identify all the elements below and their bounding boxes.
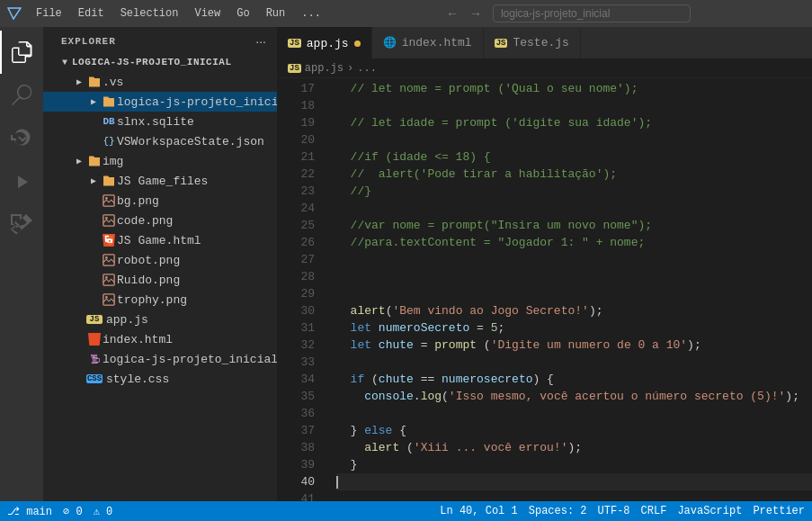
menu-run[interactable]: Run (259, 5, 293, 22)
code-line-33 (336, 354, 812, 371)
appjs-icon: JS (86, 315, 103, 324)
logica-folder-icon (101, 94, 117, 109)
status-eol[interactable]: CRLF (641, 505, 667, 517)
indexhtml-icon (86, 333, 103, 346)
titlebar: File Edit Selection View Go Run ... ← → (0, 0, 812, 27)
status-branch[interactable]: ⎇ main (7, 505, 52, 518)
jsgame-label: JS Game_files (117, 175, 277, 188)
tree-item-zip[interactable]: 🗜 logica-js-projeto_inicial.zip (43, 349, 277, 369)
status-errors[interactable]: ⊘ 0 (63, 505, 83, 518)
ln-22: 22 (277, 166, 315, 183)
code-line-31: let numeroSecreto = 5; (336, 319, 812, 337)
activity-run-debug[interactable] (0, 160, 43, 203)
tree-item-bg[interactable]: bg.png (43, 191, 277, 211)
editor-area: JS app.js 🌐 index.html JS Teste.js JS ap… (277, 27, 812, 501)
code-line-20 (336, 131, 812, 148)
status-bar: ⎇ main ⊘ 0 ⚠ 0 Ln 40, Col 1 Spaces: 2 UT… (0, 501, 812, 521)
zip-icon: 🗜 (86, 354, 103, 365)
activity-bar (0, 27, 43, 501)
code-content[interactable]: // let nome = prompt ('Qual o seu nome')… (322, 78, 812, 501)
tree-item-ruido[interactable]: Ruido.png (43, 270, 277, 290)
sidebar-header: EXPLORER ··· (43, 27, 277, 52)
code-png-label: code.png (117, 214, 277, 228)
activity-extensions[interactable] (0, 203, 43, 247)
tree-item-indexhtml[interactable]: index.html (43, 329, 277, 349)
tab-appjs[interactable]: JS app.js (277, 27, 372, 58)
status-warnings[interactable]: ⚠ 0 (94, 505, 113, 518)
vsws-label: VSWorkspaceState.json (117, 135, 277, 148)
jsgame-arrow: ▶ (86, 175, 101, 186)
ln-38: 38 (277, 439, 315, 456)
ln-20: 20 (277, 131, 315, 148)
logica-label: logica-js-projeto_inicial (117, 95, 277, 109)
tabs-bar: JS app.js 🌐 index.html JS Teste.js (277, 27, 812, 58)
tree-item-robot[interactable]: robot.png (43, 250, 277, 270)
tab-indexhtml[interactable]: 🌐 index.html (372, 27, 484, 58)
menu-view[interactable]: View (187, 5, 228, 22)
menu-edit[interactable]: Edit (71, 5, 112, 22)
tree-item-jsgame-html[interactable]: JS Game.html (43, 230, 277, 250)
ln-29: 29 (277, 285, 315, 302)
menu-file[interactable]: File (29, 5, 69, 22)
tree-item-slnx[interactable]: DB slnx.sqlite (43, 112, 277, 131)
tree-item-vs[interactable]: ▶ .vs (43, 72, 277, 92)
nav-forward-button[interactable]: → (466, 4, 486, 22)
text-cursor (336, 476, 338, 489)
ln-23: 23 (277, 183, 315, 200)
activity-explorer[interactable] (0, 31, 43, 74)
code-line-19: // let idade = prompt ('digite sua idade… (336, 114, 812, 131)
jsgame-html-icon (101, 234, 117, 247)
status-language[interactable]: JavaScript (677, 505, 742, 517)
slnx-icon: DB (101, 116, 117, 127)
line-numbers: 17 18 19 20 21 22 23 24 25 26 27 28 29 3… (277, 78, 322, 501)
root-label: LOGICA-JS-PROJETO_INICIAL (72, 57, 277, 67)
ln-41: 41 (277, 490, 315, 501)
tree-root[interactable]: ▼ LOGICA-JS-PROJETO_INICIAL (43, 52, 277, 72)
ln-27: 27 (277, 251, 315, 268)
code-line-38: alert ('Xiii ... você errou!'); (336, 439, 812, 456)
vs-label: .vs (103, 76, 277, 89)
activity-source-control[interactable] (0, 117, 43, 160)
sidebar-more-button[interactable]: ··· (255, 34, 266, 49)
menu-selection[interactable]: Selection (113, 5, 186, 22)
svg-marker-15 (88, 333, 101, 346)
menu-bar: File Edit Selection View Go Run ... (29, 5, 328, 22)
status-spaces[interactable]: Spaces: 2 (529, 505, 587, 517)
activity-search[interactable] (0, 74, 43, 117)
breadcrumb-file: app.js (305, 62, 344, 75)
tab-indexhtml-icon: 🌐 (383, 36, 397, 49)
code-line-30: alert('Bem vindo ao Jogo Secreto!'); (336, 302, 812, 319)
menu-more[interactable]: ... (294, 5, 328, 22)
robot-icon (101, 254, 117, 266)
code-line-24 (336, 200, 812, 217)
stylecss-icon: CSS (86, 374, 103, 383)
code-line-25: //var nome = prompt("Insira um novo nome… (336, 217, 812, 234)
ln-30: 30 (277, 302, 315, 319)
ln-26: 26 (277, 234, 315, 251)
tree-item-stylecss[interactable]: CSS style.css (43, 369, 277, 389)
ln-24: 24 (277, 200, 315, 217)
bg-icon (101, 194, 117, 207)
img-folder-icon (86, 154, 103, 168)
status-encoding[interactable]: UTF-8 (598, 505, 630, 517)
search-input[interactable] (493, 4, 691, 22)
svg-rect-0 (103, 195, 114, 206)
ln-35: 35 (277, 388, 315, 405)
tree-item-vsws[interactable]: {} VSWorkspaceState.json (43, 131, 277, 151)
nav-back-button[interactable]: ← (442, 4, 462, 22)
tree-item-jsgame[interactable]: ▶ JS Game_files (43, 171, 277, 191)
tree-item-appjs[interactable]: JS app.js (43, 310, 277, 329)
jsgame-html-label: JS Game.html (117, 234, 277, 247)
status-position[interactable]: Ln 40, Col 1 (440, 505, 517, 517)
tree-item-code-png[interactable]: code.png (43, 211, 277, 230)
tab-appjs-modified (354, 40, 361, 47)
tree-item-img[interactable]: ▶ img (43, 151, 277, 171)
tree-item-trophy[interactable]: trophy.png (43, 290, 277, 310)
tree-item-logica[interactable]: ▶ logica-js-projeto_inicial (43, 92, 277, 112)
tab-testejs[interactable]: JS Teste.js (484, 27, 581, 58)
status-formatter[interactable]: Prettier (753, 505, 805, 517)
tab-appjs-label: app.js (307, 37, 349, 50)
appjs-label: app.js (106, 313, 277, 327)
menu-go[interactable]: Go (229, 5, 256, 22)
stylecss-label: style.css (106, 373, 277, 386)
